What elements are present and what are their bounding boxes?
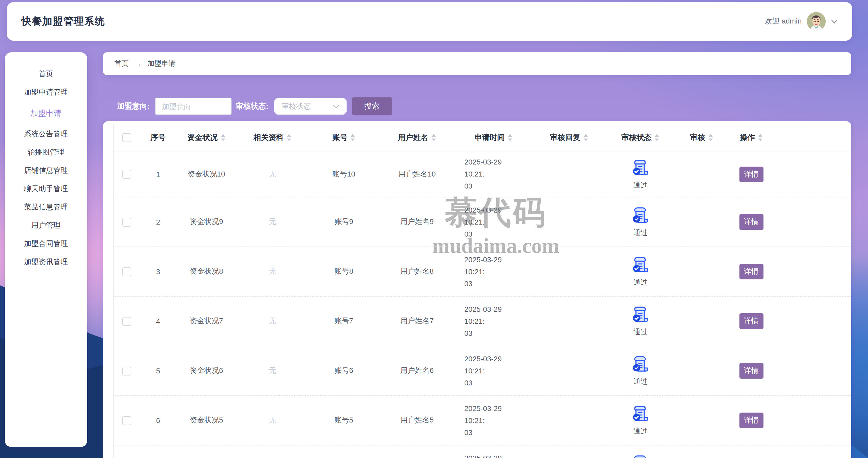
cell-account: 账号7 [309,317,379,326]
approved-scroll-icon [631,305,650,325]
table-row: 3资金状况8无账号8用户姓名82025-03-29 10:21:03通过详情 [114,247,851,297]
col-header-4[interactable]: 账号 [309,132,379,142]
cell-material: 无 [236,416,309,425]
breadcrumb-current: 加盟申请 [147,59,176,68]
sort-caret-icon[interactable] [431,133,436,142]
cell-account: 账号8 [309,267,379,276]
row-checkbox[interactable] [122,416,131,425]
row-checkbox[interactable] [122,170,131,178]
row-checkbox[interactable] [122,366,131,375]
col-header-10[interactable]: 操作 [728,132,774,142]
top-header: 快餐加盟管理系统 欢迎 admin [7,2,852,41]
cell-index: 1 [140,170,177,178]
sidebar-item-4[interactable]: 轮播图管理 [5,143,87,161]
sidebar-item-0[interactable]: 首页 [5,65,87,83]
select-chevron-icon [333,104,339,108]
cell-fund-status: 资金状况7 [177,317,236,326]
detail-button[interactable]: 详情 [739,166,763,182]
col-header-3[interactable]: 相关资料 [236,132,309,142]
cell-fund-status: 资金状况6 [177,366,236,375]
sidebar-item-10[interactable]: 加盟资讯管理 [5,253,87,271]
cell-index: 4 [140,317,177,325]
sidebar-item-7[interactable]: 菜品信息管理 [5,198,87,216]
col-header-checkbox [114,133,140,142]
avatar[interactable] [806,11,826,31]
row-checkbox[interactable] [122,218,131,226]
cell-apply-time: 2025-03-29 10:21:03 [455,353,532,389]
table-body: 1资金状况10无账号10用户姓名102025-03-29 10:21:03通过详… [114,152,851,458]
cell-review-status: 通过 [606,206,675,238]
detail-button[interactable]: 详情 [739,363,763,379]
cell-index: 5 [140,367,177,375]
user-menu[interactable]: 欢迎 admin [765,11,838,31]
sort-caret-icon[interactable] [757,133,763,142]
cell-username: 用户姓名8 [379,267,455,276]
sidebar-item-5[interactable]: 店铺信息管理 [5,161,87,179]
approved-scroll-icon [631,256,650,275]
search-button[interactable]: 搜索 [352,97,392,116]
table-row: 6资金状况5无账号5用户姓名52025-03-29 10:21:03通过详情 [114,396,851,446]
sort-caret-icon[interactable] [220,133,225,142]
cell-username: 用户姓名7 [379,317,455,326]
cell-apply-time: 2025-03-29 10:21:03 [455,402,532,438]
cell-material: 无 [236,366,309,375]
sort-caret-icon[interactable] [583,133,588,142]
chevron-down-icon [831,19,838,24]
cell-apply-time: 2025-03-29 10:21:03 [455,452,532,458]
cell-apply-time: 2025-03-29 10:21:03 [455,254,532,290]
sidebar-item-3[interactable]: 系统公告管理 [5,125,87,143]
table-row: 4资金状况7无账号7用户姓名72025-03-29 10:21:03通过详情 [114,297,851,346]
cell-review-status: 通过 [606,159,675,190]
detail-button[interactable]: 详情 [739,413,763,428]
approved-scroll-icon [631,454,650,458]
avatar-face-image [806,11,826,31]
sidebar-item-6[interactable]: 聊天助手管理 [5,179,87,198]
cell-username: 用户姓名10 [379,169,455,179]
cell-account: 账号10 [309,169,379,179]
col-header-8[interactable]: 审核状态 [606,132,675,142]
approved-scroll-icon [631,405,650,424]
cell-apply-time: 2025-03-29 10:21:03 [455,204,532,240]
status-select[interactable]: 审核状态 [274,98,347,115]
col-header-5[interactable]: 用户姓名 [379,132,455,142]
sort-caret-icon[interactable] [507,133,513,142]
cell-review-status: 通过 [606,305,675,337]
select-all-checkbox[interactable] [122,133,131,142]
col-header-2[interactable]: 资金状况 [177,132,236,142]
detail-button[interactable]: 详情 [739,214,763,230]
intent-label: 加盟意向: [117,101,150,111]
sidebar-item-9[interactable]: 加盟合同管理 [5,234,87,253]
detail-button[interactable]: 详情 [739,313,763,329]
col-header-6[interactable]: 申请时间 [455,132,532,142]
sidebar-item-1[interactable]: 加盟申请管理 [5,83,87,101]
welcome-text: 欢迎 admin [765,17,802,26]
intent-input[interactable] [155,98,231,115]
sort-caret-icon[interactable] [350,133,355,142]
detail-button[interactable]: 详情 [739,264,763,280]
sidebar-item-8[interactable]: 用户管理 [5,216,87,234]
status-select-value: 审核状态 [281,102,311,111]
cell-account: 账号9 [309,217,379,227]
cell-username: 用户姓名9 [379,217,455,227]
cell-apply-time: 2025-03-29 10:21:03 [455,303,532,339]
cell-material: 无 [236,169,309,179]
table-row: 2资金状况9无账号9用户姓名92025-03-29 10:21:03通过详情 [114,197,851,247]
sort-caret-icon[interactable] [708,133,713,142]
cell-index: 3 [140,267,177,276]
col-header-7[interactable]: 审核回复 [532,132,606,142]
row-checkbox[interactable] [122,267,131,276]
cell-apply-time: 2025-03-29 10:21:03 [455,156,532,192]
sort-caret-icon[interactable] [286,133,291,142]
breadcrumb-home[interactable]: 首页 [115,59,129,68]
sort-caret-icon[interactable] [654,133,659,142]
cell-material: 无 [236,217,309,227]
sidebar-item-2[interactable]: 加盟申请 [5,104,87,122]
cell-review-status: 通过 [606,355,675,387]
row-checkbox[interactable] [122,317,131,326]
cell-username: 用户姓名5 [379,416,455,425]
col-header-9[interactable]: 审核 [675,132,728,142]
cell-account: 账号5 [309,416,379,425]
cell-material: 无 [236,267,309,276]
cell-fund-status: 资金状况10 [177,169,236,179]
status-label: 审核状态: [236,101,269,111]
